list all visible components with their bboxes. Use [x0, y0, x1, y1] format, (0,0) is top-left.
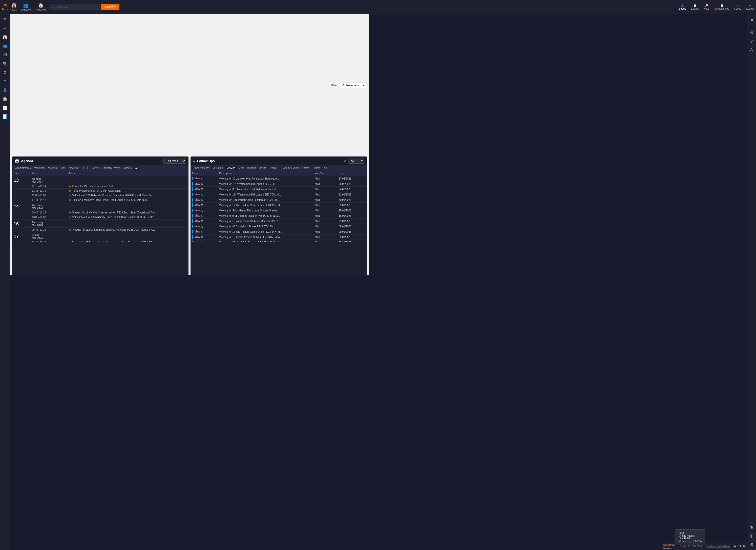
sidebar-icon-active[interactable]: 📄 [2, 104, 9, 111]
followup-type: Viewing [191, 229, 218, 234]
event-dot [69, 199, 71, 201]
followups-tab-repair[interactable]: Repair [268, 166, 279, 170]
followup-description: Viewing for 19 Windermere Stukeley Meado… [218, 218, 313, 224]
agenda-tab-appointments[interactable]: Appointments [14, 166, 32, 170]
followup-with: Nick [313, 176, 337, 181]
followup-date: 31/01/2023 [337, 192, 367, 197]
followups-col-date: Date [337, 171, 367, 176]
table-row: 17 FridayMar 2023 [12, 232, 188, 240]
table-row[interactable]: Viewing Viewing for 19 Windermere Stukel… [191, 218, 367, 224]
table-row[interactable]: 12:00–13:00 Valuation of 102 Belle Isle … [12, 193, 188, 198]
followup-with: Nick [313, 234, 337, 240]
table-row[interactable]: Viewing Viewing for 27 Heathfield Roysto… [191, 240, 367, 242]
followups-tab-offers[interactable]: Offers [301, 166, 311, 170]
followup-type: Viewing [191, 192, 218, 197]
diary-nav-item[interactable]: 📅 Diary [11, 3, 17, 11]
event-dot [69, 229, 71, 231]
search-bar: Search [50, 4, 119, 10]
table-row[interactable]: Viewing Viewing for 19 Acacia Avenue St … [191, 234, 367, 240]
sidebar-icon-tasks[interactable]: ☑ [2, 51, 8, 58]
table-row[interactable]: Viewing Viewing for 44 Burstellars St Iv… [191, 224, 367, 229]
sidebar-icon-list[interactable]: ≡ [3, 78, 7, 85]
followups-tab-viewing[interactable]: Viewing [225, 166, 237, 170]
agenda-tab-todo[interactable]: To Do [80, 166, 89, 170]
table-row[interactable]: Viewing Viewing for 30 Lancelot Way Fens… [191, 176, 367, 181]
followups-tab-property-events[interactable]: Property Events [279, 166, 300, 170]
agenda-tab-valuation[interactable]: Valuation [33, 166, 46, 170]
followups-panel: ≡ Follow Ups ↗ All Today Appointments Va… [191, 156, 367, 275]
followup-with: Nick [313, 229, 337, 234]
followups-tab-meeting[interactable]: Meeting [246, 166, 258, 170]
table-row[interactable]: 11:13–11:14 Phone for Mr David Joness wi… [12, 184, 188, 189]
search-button[interactable]: Search [101, 4, 119, 10]
agenda-tab-meeting[interactable]: Meeting [67, 166, 79, 170]
sidebar-icon-house[interactable]: 🏠 [2, 95, 9, 102]
table-row[interactable]: Viewing Viewing for 184 Westcombe Hill L… [191, 181, 367, 187]
followups-tab-all[interactable]: All [322, 166, 328, 170]
followups-tab-appointments[interactable]: Appointments [192, 166, 211, 170]
properties-nav-item[interactable]: 🏠 Properties [35, 3, 47, 11]
agenda-tab-viewing[interactable]: Viewing [47, 166, 58, 170]
table-row[interactable]: Viewing Viewing for 17 The Pasture Somer… [191, 229, 367, 234]
followups-tab-valuation[interactable]: Valuation [211, 166, 224, 170]
sidebar-icon-people[interactable]: 👥 [2, 43, 9, 49]
agenda-period-select[interactable]: This Week Today This Month [163, 158, 186, 163]
followup-type: Viewing [191, 240, 218, 242]
followup-type: Viewing [191, 218, 218, 224]
table-row[interactable]: Viewing Viewing for 1 Bourdillon Close F… [191, 197, 367, 202]
sidebar-icon-report[interactable]: 📊 [2, 113, 9, 120]
followup-indicator [192, 214, 193, 217]
filter-select[interactable]: Online Agents [340, 83, 366, 88]
followups-expand-button[interactable]: ↗ [344, 159, 347, 163]
agenda-expand-button[interactable]: ↗ [159, 159, 162, 163]
table-row[interactable]: Viewing Viewing for Sirius Green Farm La… [191, 208, 367, 213]
sidebar-icon-settings[interactable]: ⚙ [2, 69, 8, 76]
table-row: 14 TuesdayMar 2023 [12, 202, 188, 210]
followup-indicator [192, 182, 193, 185]
table-row[interactable]: 13:00–14:00 Valuation of Flat 2 5 Mulber… [12, 215, 188, 219]
followup-date: 09/01/2023 [337, 234, 367, 240]
followups-table: Event Description With/For Date Viewing … [191, 171, 367, 242]
event-dot [69, 216, 71, 218]
table-row[interactable]: 11:33–11:33 Tenancy Agreement - DPS with… [12, 189, 188, 193]
search-input[interactable] [50, 4, 100, 10]
agenda-tab-all[interactable]: All [134, 166, 139, 170]
table-row[interactable]: Viewing Viewing for 9 St Georges Road St… [191, 213, 367, 218]
sidebar-icon-home[interactable]: ⊞ [2, 16, 8, 23]
sidebar-icon-login[interactable]: → [2, 25, 8, 32]
followup-type: Viewing [191, 202, 218, 208]
followups-tab-bar: Appointments Valuation Viewing Visit Mee… [191, 165, 367, 171]
table-row[interactable]: Viewing Viewing for 184 Westcombe Hill L… [191, 192, 367, 197]
buzz-nav-item[interactable]: ⊞ Buzz [2, 3, 8, 11]
event-dot [69, 190, 71, 192]
filter-label: Filter [331, 84, 338, 87]
agenda-tab-repair[interactable]: Repair [90, 166, 100, 170]
table-row[interactable]: 09:45–10:15 Viewing for 11 Victoria Cres… [12, 210, 188, 215]
agenda-tab-others[interactable]: Others [122, 166, 133, 170]
table-row[interactable]: Viewing Viewing for 30 Gloucester Road W… [191, 187, 367, 192]
followup-description: Viewing for 1 Bourdillon Close Fenstanto… [218, 197, 313, 202]
event-text: Take on 1 Mulberry Place Pinnell Road Lo… [72, 198, 147, 201]
followups-col-event: Event [191, 171, 218, 176]
event-text: Valuation of 102 Belle Isle Crescent Bra… [72, 194, 155, 197]
followup-date: 25/01/2023 [337, 208, 367, 213]
sidebar-icon-calendar[interactable]: 📅 [2, 34, 9, 40]
followups-tab-others[interactable]: Others [311, 166, 322, 170]
agenda-tab-property-events[interactable]: Property Events [101, 166, 122, 170]
sidebar-icon-search[interactable]: 🔍 [2, 60, 9, 67]
followups-tab-visit[interactable]: Visit [237, 166, 245, 170]
table-row[interactable]: 14:41–14:42 Take on 1 Mulberry Place Pin… [12, 198, 188, 202]
followup-type: Viewing [191, 197, 218, 202]
sidebar-icon-person[interactable]: 👤 [2, 87, 9, 93]
table-row[interactable]: 09:15–09:45 Viewing for 33 Bassenthwaite… [12, 240, 188, 242]
agenda-tab-visit[interactable]: Visit [59, 166, 67, 170]
contacts-nav-item[interactable]: 👥 Contacts [21, 3, 31, 11]
table-row[interactable]: Viewing Viewing for 17 The Pasture Somer… [191, 202, 367, 208]
event-text: Viewing for 33 Bassenthwaite Stukeley Me… [72, 241, 154, 242]
event-text: Viewing for 11 Victoria Crescent Wyton P… [72, 211, 156, 214]
table-row[interactable]: 09:45–10:15 Viewing for 162 Oilmills Roa… [12, 228, 188, 232]
followup-description: Viewing for 184 Westcombe Hill London SE… [218, 192, 313, 197]
followup-with: Nick [313, 187, 337, 192]
followups-tab-todo[interactable]: To Do [258, 166, 268, 170]
followups-period-select[interactable]: All Today [348, 158, 364, 163]
